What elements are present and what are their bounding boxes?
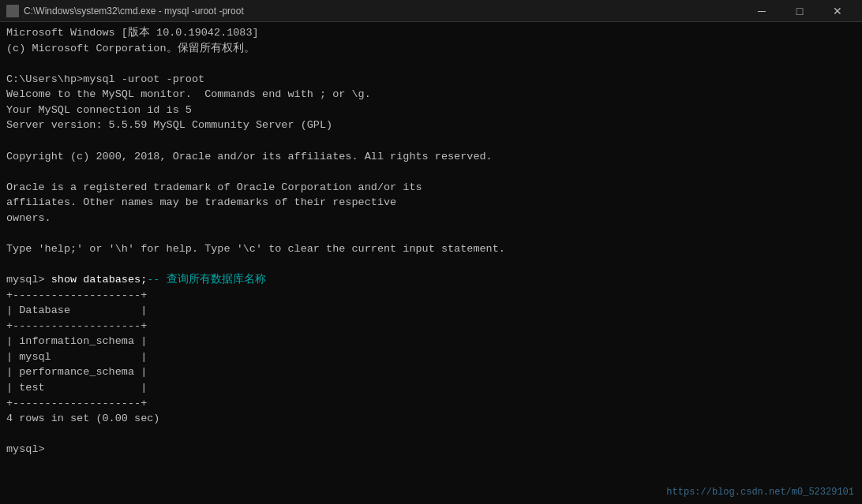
watermark: https://blog.csdn.net/m0_52329101 xyxy=(666,487,854,498)
maximize-button[interactable]: □ xyxy=(781,0,818,22)
svg-rect-1 xyxy=(13,6,17,10)
comment-text: -- 查询所有数据库名称 xyxy=(147,274,265,286)
title-bar: C:\Windows\system32\cmd.exe - mysql -uro… xyxy=(0,0,862,22)
svg-rect-2 xyxy=(8,12,12,16)
terminal-body[interactable]: Microsoft Windows [版本 10.0.19042.1083] (… xyxy=(0,22,862,504)
terminal-content: Microsoft Windows [版本 10.0.19042.1083] (… xyxy=(6,25,856,457)
command-text: show databases; xyxy=(51,274,148,286)
close-button[interactable]: ✕ xyxy=(819,0,856,22)
minimize-button[interactable]: ─ xyxy=(744,0,780,22)
window-controls: ─ □ ✕ xyxy=(744,0,856,22)
svg-rect-0 xyxy=(8,6,12,10)
line-1: Microsoft Windows [版本 10.0.19042.1083] (… xyxy=(6,27,505,286)
table-output: +--------------------+ | Database | +---… xyxy=(6,289,147,409)
window-icon xyxy=(6,5,19,17)
svg-rect-3 xyxy=(13,12,17,16)
window-title: C:\Windows\system32\cmd.exe - mysql -uro… xyxy=(24,6,744,17)
result-info: 4 rows in set (0.00 sec) mysql> xyxy=(6,413,159,455)
cmd-window: C:\Windows\system32\cmd.exe - mysql -uro… xyxy=(0,0,862,504)
terminal-output: Microsoft Windows [版本 10.0.19042.1083] (… xyxy=(6,25,856,457)
